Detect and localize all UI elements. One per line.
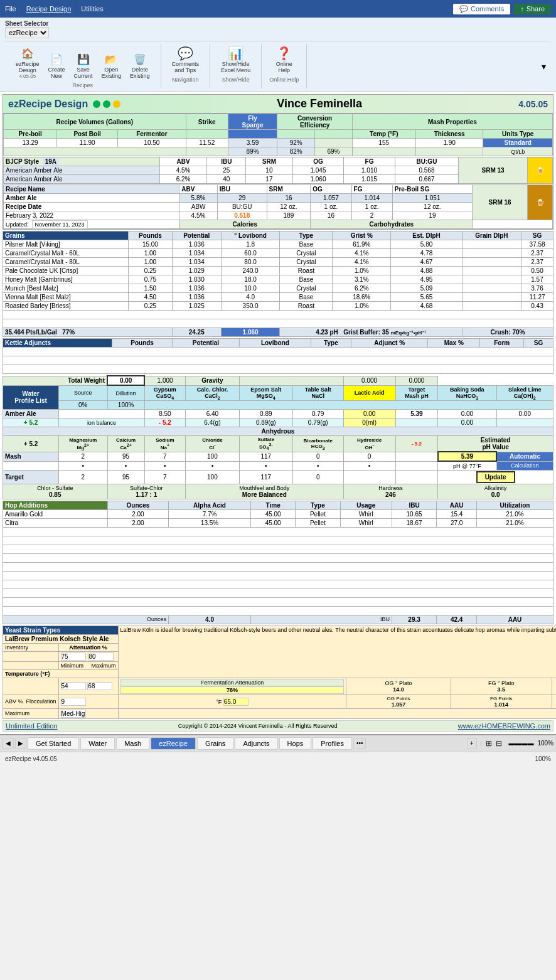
right-val2: 0.000	[395, 376, 438, 385]
comments-icon: 💬	[459, 5, 468, 13]
table-salt-h: Table SaltNaCl	[292, 385, 343, 401]
lactic-val: 0.00	[343, 410, 395, 418]
edition-label[interactable]: Unlimited Edition	[6, 722, 58, 730]
postboil-val[interactable]: 11.90	[57, 139, 118, 147]
recipe-srm-display: SRM 16	[473, 185, 528, 220]
ribbon-group-help: ❓ OnlineHelp Online Help	[262, 44, 307, 88]
open-existing-btn[interactable]: 📂 OpenExisting	[99, 50, 125, 81]
row2-eff2: 69%	[315, 147, 353, 156]
magnesium-h: MagnesiumMg2+	[59, 436, 107, 452]
gram-lactic: 0(ml)	[343, 418, 395, 427]
nav-next-btn[interactable]: ▶	[15, 738, 26, 748]
yeast-description: LalBrew Köln is ideal for brewing tradit…	[118, 626, 556, 678]
tab-grains[interactable]: Grains	[197, 737, 233, 750]
menu-recipe-design[interactable]: Recipe Design	[26, 5, 72, 13]
delete-existing-btn[interactable]: 🗑️ DeleteExisting	[127, 50, 153, 81]
conversion-label: ConversionEfficiency	[277, 114, 352, 130]
share-button[interactable]: ↑ Share	[514, 4, 551, 14]
grain-row-crystal80: Caramel/Crystal Malt - 80L 1.00 1.034 80…	[3, 258, 553, 267]
create-new-btn[interactable]: 📄 CreateNew	[45, 50, 68, 81]
bjcp-ibu-high: 40	[207, 175, 246, 184]
bottom-nav: ◀ ▶ Get Started Water Mash ezRecipe Grai…	[0, 734, 556, 752]
crush-val: Crush: 70%	[462, 328, 553, 337]
recipe-16-val: 16	[311, 211, 351, 220]
recipe-og-val: 1.057	[311, 194, 351, 203]
mash-properties-label: Mash Properties	[352, 114, 552, 130]
tab-hops[interactable]: Hops	[279, 737, 312, 750]
bjcp-og-high: 1.060	[292, 175, 344, 184]
units-val: Standard	[483, 139, 553, 147]
recipe-name-val[interactable]: Amber Ale	[4, 194, 179, 203]
ph77-label: pH @ 77°F	[438, 461, 496, 470]
temp-f-input[interactable]	[223, 698, 249, 706]
abv-pct-input[interactable]	[61, 698, 86, 706]
fermentor-val[interactable]: 10.50	[118, 139, 186, 147]
mash-ca: 95	[107, 452, 144, 461]
ion-balance-neg: - 5.2	[144, 418, 185, 427]
comments-tips-icon: 💬	[178, 46, 193, 61]
eff-col2	[315, 130, 353, 139]
ezrecipe-design-btn[interactable]: 🏠 ezRecipeDesign 4.05.05	[13, 44, 43, 81]
nav-prev-btn[interactable]: ◀	[3, 738, 14, 748]
thickness-label: Thickness	[415, 130, 483, 139]
max-atten-input[interactable]	[88, 652, 114, 661]
mouthfeel-val: More Balanced	[188, 491, 341, 498]
water-source-row: 0% 100%	[3, 401, 553, 410]
save-icon: 💾	[76, 51, 91, 67]
bjcp-abv-high: 6.2%	[159, 175, 207, 184]
target-mg: 2	[59, 470, 107, 484]
recipe-date-val[interactable]: February 3, 2022	[4, 211, 179, 220]
og-plato-label: OG ° Plato	[348, 680, 448, 686]
ka-pounds-h: Pounds	[112, 339, 172, 348]
tab-more-btn[interactable]: •••	[353, 738, 366, 748]
tab-profiles[interactable]: Profiles	[313, 737, 352, 750]
grains-table: Grains Pounds Potential ° Lovibond Type …	[3, 231, 553, 337]
chlor-sulfate-container: Chlor - Sulfate 0.85	[3, 484, 108, 499]
tab-add-btn[interactable]: +	[467, 738, 477, 748]
anhydrous-header-row: Anhydrous	[3, 427, 553, 436]
tab-get-started[interactable]: Get Started	[28, 737, 79, 750]
strike-col-header	[186, 130, 228, 139]
bjcp-color-swatch: 🍺	[528, 157, 553, 184]
ka-empty-2	[3, 356, 553, 365]
max-temp-input[interactable]	[87, 682, 112, 690]
menu-file[interactable]: File	[5, 5, 16, 13]
ph-val: 4.23 pH Grist Buffer: 35 mEq•kg⁻¹•pH⁻¹	[280, 328, 462, 337]
min-temp-input[interactable]	[61, 682, 86, 690]
ka-empty-3	[3, 365, 553, 374]
sheet-selector-dropdown[interactable]: ezRecipe	[5, 27, 49, 38]
website-link[interactable]: www.ezHOMEBREWING.com	[458, 722, 550, 730]
fermentor-label: Fermentor	[118, 130, 186, 139]
tab-mash[interactable]: Mash	[116, 737, 149, 750]
thickness-val[interactable]: 1.90	[415, 139, 483, 147]
recipe-ibu-h: IBU	[217, 185, 267, 194]
comments-button[interactable]: 💬 Comments	[453, 4, 510, 14]
menu-utilities[interactable]: Utilities	[81, 5, 103, 13]
chlor-sulfate-row: Chlor - Sulfate 0.85 Sulfate-Chlor 1.17 …	[3, 484, 553, 499]
tab-adjuncts[interactable]: Adjuncts	[235, 737, 277, 750]
show-hide-excel-btn[interactable]: 📊 Show/HideExcel Menu	[218, 44, 254, 75]
calories-label: Calories	[179, 220, 311, 229]
target-mash-val: 5.39	[395, 410, 438, 418]
update-button[interactable]: Update	[476, 471, 515, 483]
preboil-label: Pre-boil	[4, 130, 57, 139]
hops-table: Hop Additions Ounces Alpha Acid Time Typ…	[3, 501, 553, 624]
comments-tips-btn[interactable]: 💬 Commentsand Tips	[169, 44, 203, 75]
online-help-btn[interactable]: ❓ OnlineHelp	[273, 44, 296, 75]
hop-summary-row: Ounces 4.0 IBU 29.3 42.4 AAU	[3, 615, 553, 624]
share-icon: ↑	[520, 5, 524, 13]
og-points-label: OG Points	[348, 696, 448, 701]
min-atten-input[interactable]	[61, 652, 86, 661]
tab-water[interactable]: Water	[80, 737, 115, 750]
grain-empty-2	[3, 319, 553, 328]
fly-sparge-col-header	[228, 130, 277, 139]
strike-val[interactable]: 11.52	[186, 139, 228, 147]
tab-ezrecipe[interactable]: ezRecipe	[151, 737, 196, 750]
target-label: Target	[3, 470, 59, 484]
ribbon-collapse-btn[interactable]: ▾	[542, 61, 546, 72]
preboil-val[interactable]: 13.29	[4, 139, 57, 147]
save-current-btn[interactable]: 💾 SaveCurrent	[71, 50, 96, 81]
mash-temp-val[interactable]: 155	[352, 139, 415, 147]
floc-input[interactable]	[61, 710, 86, 718]
epsom-h: Epsom SaltMgSO4	[239, 385, 292, 401]
